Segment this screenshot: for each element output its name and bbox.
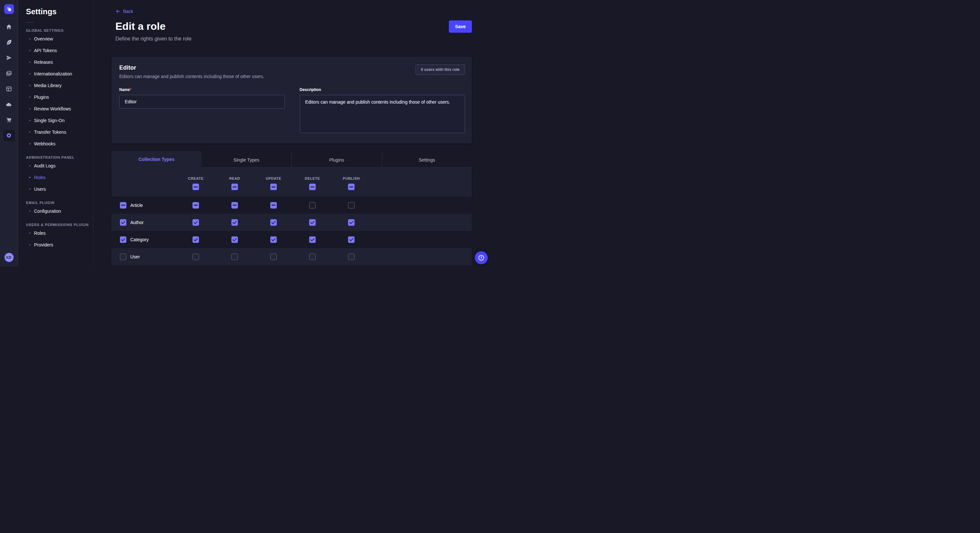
tab-plugins[interactable]: Plugins [291,152,382,168]
permission-checkbox-category-delete[interactable] [309,236,316,243]
permission-checkbox-user-delete[interactable] [309,254,316,260]
column-select-checkbox-publish[interactable] [348,184,355,190]
row-name-cell: Author [111,219,176,226]
save-button[interactable]: Save [449,21,472,33]
rail-item-content-type-builder[interactable] [3,38,15,46]
row-name-cell: Category [111,236,176,243]
rail-item-deploy[interactable] [3,54,15,61]
workspace-logo-zone [0,0,18,19]
subnav-item-label: Configuration [34,209,61,214]
subnav-item-api-tokens[interactable]: API Tokens [26,45,93,56]
permission-checkbox-category-read[interactable] [231,236,238,243]
permission-cell [332,202,371,209]
strapi-logo[interactable] [4,4,14,14]
rail-item-marketplace[interactable] [3,116,15,124]
subnav-item-roles[interactable]: Roles [26,171,93,183]
subnav-item-single-sign-on[interactable]: Single Sign-On [26,115,93,126]
subnav-item-label: Webhooks [34,141,56,146]
user-avatar[interactable]: KD [5,253,14,262]
rail-item-content-manager[interactable] [3,85,15,92]
subnav-item-users[interactable]: Users [26,183,93,195]
permission-checkbox-category-publish[interactable] [348,236,355,243]
subnav-item-internationalization[interactable]: Internationalization [26,68,93,80]
permission-checkbox-user-read[interactable] [231,254,238,260]
permission-checkbox-author-create[interactable] [192,219,199,226]
tab-collection-types[interactable]: Collection Types [111,151,202,168]
subnav-item-label: Plugins [34,95,49,100]
permission-checkbox-category-update[interactable] [270,236,277,243]
permission-checkbox-user-create[interactable] [192,254,199,260]
role-description-textarea[interactable]: Editors can manage and publish contents … [300,95,465,133]
subnav-item-releases[interactable]: Releases [26,56,93,68]
subnav-item-configuration[interactable]: Configuration [26,205,93,217]
column-select-checkbox-delete[interactable] [309,184,316,190]
permission-cell [254,202,293,209]
description-field-group: Description Editors can manage and publi… [300,87,465,134]
subnav-item-overview[interactable]: Overview [26,33,93,45]
subnav-sections: GLOBAL SETTINGSOverviewAPI TokensRelease… [26,29,93,251]
column-header-create: CREATE [176,176,215,190]
row-select-checkbox-user[interactable] [120,254,126,260]
column-select-checkbox-read[interactable] [231,184,238,190]
rail-item-settings[interactable] [3,130,15,141]
column-header-label: UPDATE [266,176,281,180]
permission-checkbox-user-update[interactable] [270,254,277,260]
rail-item-home[interactable] [3,23,15,30]
permission-checkbox-article-create[interactable] [192,202,199,209]
rail-icon-list [3,23,15,248]
table-row-article: Article [111,197,472,214]
permission-checkbox-author-delete[interactable] [309,219,316,226]
subnav-item-audit-logs[interactable]: Audit Logs [26,160,93,171]
subnav-item-transfer-tokens[interactable]: Transfer Tokens [26,126,93,138]
role-name-input[interactable] [119,95,285,108]
tab-settings[interactable]: Settings [382,152,472,168]
rail-item-media-library[interactable] [3,70,15,77]
permission-checkbox-author-publish[interactable] [348,219,355,226]
settings-subnav: Settings GLOBAL SETTINGSOverviewAPI Toke… [18,0,93,266]
permission-checkbox-article-update[interactable] [270,202,277,209]
subnav-item-plugins[interactable]: Plugins [26,91,93,103]
back-link[interactable]: Back [115,9,133,14]
permission-cell [293,236,332,243]
rail-item-cloud[interactable] [3,101,15,108]
permission-checkbox-author-read[interactable] [231,219,238,226]
permissions-table-header: CREATEREADUPDATEDELETEPUBLISH [111,168,472,197]
row-select-checkbox-author[interactable] [120,219,126,226]
permission-checkbox-user-publish[interactable] [348,254,355,260]
page-header: Back Edit a role Save Define the rights … [93,0,490,42]
subnav-item-webhooks[interactable]: Webhooks [26,138,93,150]
column-select-checkbox-update[interactable] [270,184,277,190]
permission-checkbox-article-delete[interactable] [309,202,316,209]
row-label: Author [130,220,143,225]
row-select-checkbox-category[interactable] [120,236,126,243]
subnav-item-roles[interactable]: Roles [26,227,93,239]
permission-checkbox-article-read[interactable] [231,202,238,209]
column-header-label: READ [229,176,240,180]
row-label: Article [130,203,143,208]
permission-checkbox-author-update[interactable] [270,219,277,226]
subnav-item-label: API Tokens [34,48,57,53]
column-header-delete: DELETE [293,176,332,190]
permission-cell [293,254,332,260]
subnav-section-label: USERS & PERMISSIONS PLUGIN [26,223,93,227]
permissions-tabs: Collection TypesSingle TypesPluginsSetti… [111,151,472,168]
subnav-item-providers[interactable]: Providers [26,239,93,251]
help-button[interactable]: ? [475,251,488,264]
subnav-item-review-workflows[interactable]: Review Workflows [26,103,93,115]
tab-single-types[interactable]: Single Types [202,152,292,168]
bullet-dot-icon [29,244,30,246]
bullet-dot-icon [29,177,30,178]
permission-checkbox-article-publish[interactable] [348,202,355,209]
subnav-item-label: Transfer Tokens [34,130,67,135]
row-select-checkbox-article[interactable] [120,202,126,209]
users-with-role-badge[interactable]: 0 users with this role [415,65,465,75]
subnav-item-media-library[interactable]: Media Library [26,80,93,91]
bullet-dot-icon [29,97,30,98]
subnav-section-label: GLOBAL SETTINGS [26,29,93,32]
permission-checkbox-category-create[interactable] [192,236,199,243]
permission-cell [176,202,215,209]
permission-cell [254,219,293,226]
subnav-item-label: Users [34,187,46,192]
column-select-checkbox-create[interactable] [192,184,199,190]
home-icon [6,24,12,30]
